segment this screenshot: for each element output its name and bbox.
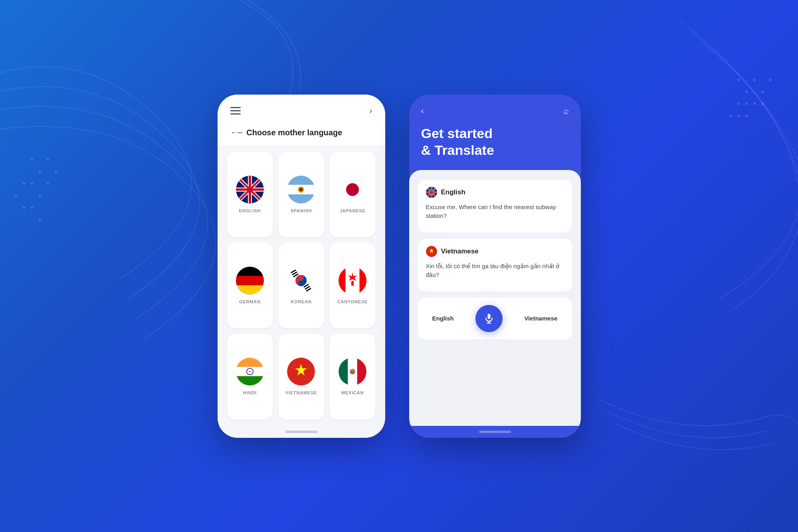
flag-uk bbox=[236, 176, 264, 204]
choose-language-title: Choose mother language bbox=[246, 128, 342, 137]
language-label-korean: KOREAN bbox=[291, 299, 311, 304]
svg-point-23 bbox=[745, 115, 748, 117]
svg-point-20 bbox=[761, 103, 764, 105]
source-language-card: English Excuse me, Where can I find the … bbox=[418, 180, 572, 232]
source-translation-text: Excuse me, Where can I find the nearest … bbox=[426, 203, 564, 225]
target-language-button[interactable]: Vietnamese bbox=[518, 312, 564, 325]
svg-point-13 bbox=[745, 91, 748, 93]
source-lang-name: English bbox=[441, 188, 465, 196]
language-card-korean[interactable]: KOREAN bbox=[278, 243, 324, 328]
svg-point-2 bbox=[47, 158, 49, 161]
svg-point-9 bbox=[23, 206, 25, 209]
target-lang-header: Vietnamese bbox=[426, 246, 564, 257]
flag-mexico bbox=[339, 358, 366, 386]
svg-point-21 bbox=[729, 115, 732, 117]
svg-rect-43 bbox=[236, 276, 264, 285]
title-text: Get started & Translate bbox=[421, 125, 569, 159]
svg-rect-69 bbox=[339, 358, 348, 386]
language-label-german: GERMAN bbox=[239, 299, 261, 304]
svg-point-72 bbox=[350, 371, 354, 374]
language-label-japanese: JAPANESE bbox=[340, 208, 366, 213]
language-card-mexican[interactable]: MEXICAN bbox=[330, 334, 376, 419]
svg-point-5 bbox=[31, 182, 33, 185]
flag-argentina bbox=[287, 176, 315, 204]
phone-right: ‹ ⌕ Get started & Translate bbox=[409, 95, 581, 438]
svg-point-19 bbox=[753, 103, 756, 105]
svg-point-22 bbox=[737, 115, 740, 117]
language-card-vietnamese[interactable]: VIETNAMESE bbox=[278, 334, 324, 419]
menu-icon[interactable] bbox=[230, 107, 241, 115]
home-indicator-right bbox=[479, 431, 511, 433]
svg-point-8 bbox=[15, 194, 17, 197]
language-label-mexican: MEXICAN bbox=[341, 390, 364, 395]
right-phone-bottom bbox=[409, 426, 581, 438]
svg-rect-54 bbox=[339, 267, 346, 295]
svg-point-15 bbox=[761, 91, 764, 93]
phones-container: › ←─ Choose mother language bbox=[218, 95, 581, 438]
svg-point-7 bbox=[47, 182, 49, 185]
svg-rect-57 bbox=[351, 281, 354, 286]
language-card-japanese[interactable]: JAPANESE bbox=[330, 152, 376, 237]
language-label-hindi: HINDI bbox=[243, 390, 257, 395]
flag-germany bbox=[236, 267, 264, 295]
language-card-english[interactable]: ENGLISH bbox=[227, 152, 273, 237]
svg-point-4 bbox=[23, 182, 25, 185]
svg-point-6 bbox=[39, 194, 41, 197]
source-flag-uk bbox=[426, 187, 437, 198]
source-lang-header: English bbox=[426, 187, 564, 198]
svg-rect-55 bbox=[360, 267, 367, 295]
flag-canada bbox=[339, 267, 366, 295]
svg-point-3 bbox=[55, 170, 57, 173]
flag-korea bbox=[287, 267, 315, 295]
target-translation-text: Xin lỗi, tôi có thể tìm ga tàu điện ngầm… bbox=[426, 262, 564, 284]
language-grid: ENGLISH SPANISH bbox=[218, 145, 385, 426]
bottom-controls: English Vietnamese bbox=[418, 298, 572, 339]
language-label-vietnamese: VIETNAMESE bbox=[285, 390, 317, 395]
flag-japan bbox=[339, 176, 366, 204]
svg-point-17 bbox=[737, 103, 740, 105]
svg-point-18 bbox=[745, 103, 748, 105]
language-label-english: ENGLISH bbox=[239, 208, 261, 213]
svg-point-10 bbox=[31, 206, 33, 209]
language-label-cantonese: CANTONESE bbox=[337, 299, 368, 304]
next-icon[interactable]: › bbox=[369, 106, 372, 116]
svg-point-0 bbox=[31, 158, 33, 161]
svg-point-38 bbox=[299, 188, 303, 192]
svg-point-12 bbox=[737, 79, 740, 81]
translate-title: Get started & Translate bbox=[409, 122, 581, 170]
svg-point-40 bbox=[346, 183, 359, 196]
left-phone-bottom bbox=[218, 426, 385, 438]
target-flag-vietnam bbox=[426, 246, 437, 257]
svg-rect-84 bbox=[488, 314, 491, 319]
svg-point-1 bbox=[39, 170, 41, 173]
language-card-cantonese[interactable]: CANTONESE bbox=[330, 243, 376, 328]
svg-point-11 bbox=[39, 218, 41, 221]
svg-rect-70 bbox=[357, 358, 366, 386]
left-phone-header: › bbox=[218, 95, 385, 123]
target-language-card: Vietnamese Xin lỗi, tôi có thể tìm ga tà… bbox=[418, 239, 572, 291]
right-phone-header: ‹ ⌕ bbox=[409, 95, 581, 122]
back-arrow-icon: ←─ bbox=[230, 129, 243, 137]
svg-point-14 bbox=[753, 79, 756, 81]
svg-point-64 bbox=[249, 371, 250, 372]
flag-india bbox=[236, 358, 264, 386]
back-icon[interactable]: ‹ bbox=[421, 106, 424, 115]
language-label-spanish: SPANISH bbox=[291, 208, 312, 213]
search-icon[interactable]: ⌕ bbox=[564, 106, 569, 116]
choose-language-bar: ←─ Choose mother language bbox=[218, 123, 385, 145]
svg-rect-44 bbox=[236, 285, 264, 295]
phone-left: › ←─ Choose mother language bbox=[218, 95, 385, 438]
translation-area: English Excuse me, Where can I find the … bbox=[409, 170, 581, 426]
svg-rect-62 bbox=[236, 376, 264, 386]
home-indicator bbox=[285, 431, 317, 433]
language-card-german[interactable]: GERMAN bbox=[227, 243, 273, 328]
flag-vietnam bbox=[287, 358, 315, 386]
language-card-hindi[interactable]: HINDI bbox=[227, 334, 273, 419]
source-language-button[interactable]: English bbox=[426, 312, 460, 325]
svg-point-16 bbox=[769, 79, 772, 81]
microphone-button[interactable] bbox=[475, 305, 503, 332]
target-lang-name: Vietnamese bbox=[441, 247, 479, 255]
language-card-spanish[interactable]: SPANISH bbox=[278, 152, 324, 237]
